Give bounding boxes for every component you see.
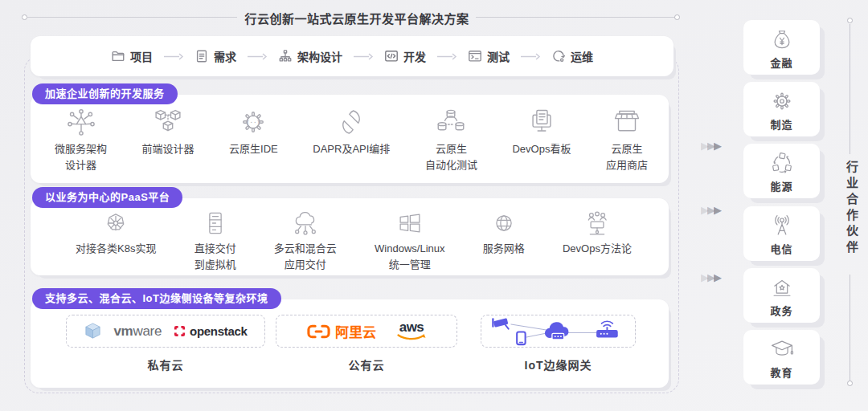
- feature-label: 多云和混合云 应用交付: [274, 241, 337, 272]
- workflow-step-project: 项目: [111, 48, 153, 64]
- aws-logo: aws: [397, 320, 426, 342]
- flow-arrows-icon: ▶▶▶: [701, 204, 720, 216]
- partner-line-bottom: [850, 275, 850, 380]
- workflow-step-label: 测试: [487, 48, 510, 64]
- feature-label: 云原生 自动化测试: [425, 141, 477, 173]
- feature-devops-methodology: DevOps方法论: [563, 208, 632, 257]
- solution-diagram: 行云创新一站式云原生开发平台解决方案 项目 需求 架构设计 开发 测试: [0, 0, 868, 411]
- k8s-wheel-icon: [100, 208, 131, 238]
- cloud-nodes-icon: [290, 208, 321, 238]
- industry-label: 电信: [770, 241, 792, 256]
- feature-multicloud-delivery: 多云和混合云 应用交付: [274, 208, 337, 272]
- cubes-icon: [151, 105, 185, 139]
- industry-label: 制造: [770, 116, 792, 132]
- feature-app-store: 云原生 应用商店: [606, 105, 648, 173]
- graduation-cap-icon: [768, 336, 796, 363]
- industry-label: 教育: [770, 364, 792, 380]
- hub-icon: [64, 105, 98, 139]
- feature-frontend-designer: 前端设计器: [142, 105, 194, 157]
- gear-code-icon: {··}: [236, 105, 270, 139]
- arrow-right-icon: [247, 53, 268, 60]
- database-cluster-icon: [434, 105, 468, 139]
- feature-vm-delivery: 直接交付 到虚拟机: [194, 208, 236, 272]
- iot-gateway-box: [481, 315, 636, 348]
- env-label: 私有云: [66, 356, 265, 372]
- feature-win-linux: Windows/Linux 统一管理: [375, 208, 444, 272]
- arrow-right-icon: [353, 53, 374, 60]
- gear-icon: [768, 87, 796, 115]
- line-end-dot: [674, 14, 680, 20]
- industry-card-energy: 能源: [743, 144, 820, 198]
- feature-service-mesh: 服务网格: [483, 208, 525, 257]
- env-private-cloud: vmware openstack 私有云: [66, 315, 265, 372]
- page-title: 行云创新一站式云原生开发平台解决方案: [241, 10, 473, 26]
- workflow-step-architecture: 架构设计: [278, 48, 342, 64]
- terminal-icon: [468, 49, 482, 63]
- feature-label: 直接交付 到虚拟机: [194, 241, 236, 272]
- aws-swoosh-icon: [397, 334, 426, 342]
- workflow-step-label: 开发: [403, 48, 426, 64]
- env-public-cloud: 阿里云 aws 公有云: [276, 315, 457, 372]
- feature-label: Windows/Linux 统一管理: [375, 241, 444, 272]
- section-badge-dev-services: 加速企业创新的开发服务: [32, 83, 178, 104]
- feature-dapr-api: DAPR及API编排: [313, 105, 390, 157]
- workflow-step-label: 项目: [130, 48, 153, 64]
- section-badge-paas: 以业务为中心的PaaS平台: [32, 187, 182, 208]
- section-card-dev-services: 微服务架构 设计器 前端设计器 {··} 云原生IDE DAPR及API编排 云…: [31, 95, 669, 183]
- arrow-right-icon: [163, 53, 184, 60]
- workflow-step-operations: 运维: [551, 48, 593, 64]
- government-icon: [768, 274, 796, 301]
- server-icon: [200, 208, 231, 238]
- svg-text:{··}: {··}: [246, 119, 260, 126]
- workflow-step-requirements: 需求: [194, 48, 236, 64]
- money-bag-icon: [768, 26, 796, 53]
- private-cloud-box: vmware openstack: [66, 315, 265, 348]
- workflow-strip: 项目 需求 架构设计 开发 测试 运维: [31, 36, 674, 76]
- workflow-step-label: 架构设计: [297, 48, 342, 64]
- public-cloud-box: 阿里云 aws: [276, 315, 457, 348]
- iot-gateway-graphic: [488, 316, 629, 346]
- industry-card-telecom: 电信: [743, 206, 820, 261]
- industry-card-education: 教育: [743, 330, 820, 385]
- feature-k8s: 对接各类K8s实现: [76, 208, 156, 257]
- section-card-environments: vmware openstack 私有云 阿里云 aws 公有云: [31, 299, 669, 388]
- feature-label: 云原生IDE: [229, 141, 278, 157]
- windows-icon: [395, 208, 425, 238]
- feature-label: 对接各类K8s实现: [76, 241, 156, 257]
- env-label: IoT边缘网关: [481, 356, 636, 372]
- workflow-step-label: 运维: [571, 48, 593, 64]
- feature-devops-board: DevOps看板: [512, 105, 571, 157]
- org-chart-icon: [278, 49, 293, 63]
- vmware-logo: vmware: [113, 324, 162, 340]
- section-badge-environments: 支持多云、混合云、IoT边缘侧设备等复杂环境: [32, 288, 281, 309]
- feature-label: 服务网格: [483, 241, 525, 257]
- arrow-right-icon: [436, 53, 457, 60]
- folder-icon: [111, 49, 125, 63]
- workflow-step-label: 需求: [214, 48, 236, 64]
- title-line-left: [27, 17, 237, 18]
- industry-card-finance: 金融: [743, 20, 820, 75]
- storefront-icon: [610, 105, 644, 139]
- env-label: 公有云: [276, 356, 457, 372]
- code-window-icon: [384, 49, 399, 63]
- title-line-right: [476, 17, 675, 18]
- arrow-right-icon: [520, 53, 541, 60]
- industry-card-manufacturing: 制造: [743, 82, 820, 136]
- feature-automated-testing: 云原生 自动化测试: [425, 105, 477, 173]
- vm-cube-icon: [84, 322, 102, 340]
- feature-label: 前端设计器: [142, 141, 194, 157]
- industry-label: 金融: [770, 55, 792, 70]
- flow-arrows-icon: ▶▶▶: [701, 140, 720, 152]
- flow-arrows-icon: ▶▶▶: [701, 271, 720, 283]
- line-end-dot: [847, 18, 853, 23]
- feature-label: 微服务架构 设计器: [55, 141, 107, 173]
- partner-axis-label: 行业合作伙伴: [843, 161, 860, 257]
- recycle-icon: [768, 149, 796, 177]
- phone-icon: [517, 332, 525, 344]
- env-iot-gateway: IoT边缘网关: [481, 315, 636, 372]
- openstack-logo: openstack: [173, 324, 248, 338]
- feature-label: DevOps方法论: [563, 241, 632, 257]
- feature-cloud-native-ide: {··} 云原生IDE: [229, 105, 278, 157]
- workflow-step-develop: 开发: [384, 48, 426, 64]
- feature-label: DAPR及API编排: [313, 141, 390, 157]
